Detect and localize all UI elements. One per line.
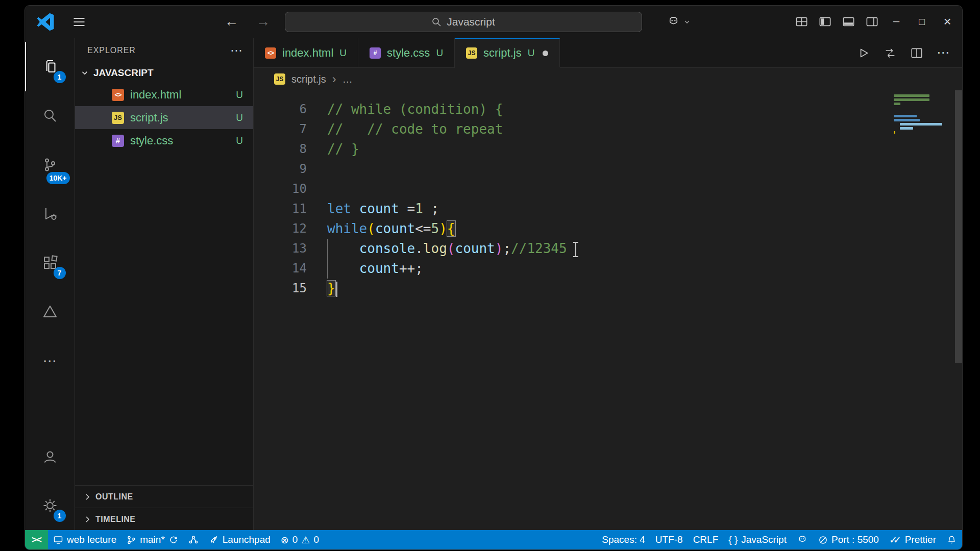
activity-extensions[interactable]: 7 [25, 238, 75, 287]
minimize-button[interactable]: ─ [884, 8, 909, 36]
activity-run-debug[interactable] [25, 189, 75, 238]
token: ; [423, 201, 439, 216]
chevron-right-icon [83, 515, 91, 523]
forward-button[interactable]: → [253, 14, 274, 30]
tab-label: index.html [282, 46, 333, 60]
tab-script.js[interactable]: JSscript.jsU [455, 38, 560, 67]
token: = [399, 201, 415, 216]
more-actions-icon[interactable]: ⋯ [933, 42, 954, 64]
encoding-label: UTF-8 [655, 534, 683, 545]
code-editor[interactable]: 6// while (condition) {7// // code to re… [254, 90, 962, 530]
activity-source-control[interactable]: 10K+ [25, 140, 75, 189]
minimap-line [894, 115, 917, 117]
activity-search[interactable] [25, 91, 75, 140]
token: ++; [399, 261, 423, 276]
search-text: Javascript [447, 16, 495, 28]
section-outline[interactable]: OUTLINE [75, 485, 253, 508]
status-prettier[interactable]: ✓✓ Prettier [884, 530, 941, 549]
activity-triangle-extension[interactable] [25, 287, 75, 336]
toggle-panel-icon[interactable] [837, 11, 860, 33]
workspace-folder[interactable]: JAVASCRIPT [75, 63, 253, 83]
compare-changes-icon[interactable] [879, 42, 901, 64]
circle-slash-icon [818, 535, 828, 545]
breadcrumb[interactable]: JS script.js › … [254, 68, 962, 90]
code-line-10[interactable]: 10 [254, 179, 962, 199]
account-icon [42, 448, 58, 465]
rocket-icon [209, 535, 219, 545]
command-center-search[interactable]: Javascript [285, 12, 642, 32]
maximize-button[interactable]: □ [909, 8, 935, 36]
remote-indicator[interactable]: >< [25, 530, 48, 549]
breadcrumb-file[interactable]: script.js [291, 73, 326, 85]
token: ( [367, 221, 375, 236]
editor-scrollbar[interactable] [955, 90, 962, 363]
git-status-badge: U [339, 47, 347, 59]
status-git-graph[interactable] [183, 530, 204, 549]
activity-explorer[interactable]: 1 [25, 42, 75, 91]
status-problems[interactable]: ⊗ 0 ⚠ 0 [276, 530, 324, 549]
line-content: count++; [307, 259, 423, 279]
code-line-13[interactable]: 13 console.log(count);//12345 [254, 239, 962, 259]
status-branch[interactable]: main* [121, 530, 183, 549]
code-line-8[interactable]: 8// } [254, 139, 962, 159]
status-language[interactable]: { } JavaScript [723, 530, 792, 549]
token: // } [327, 141, 359, 157]
code-line-9[interactable]: 9 [254, 159, 962, 179]
eol-label: CRLF [693, 534, 719, 545]
status-eol[interactable]: CRLF [688, 530, 724, 549]
explorer-header: EXPLORER ⋯ [75, 38, 253, 63]
toggle-primary-sidebar-icon[interactable] [813, 11, 837, 33]
customize-layout-icon[interactable] [790, 11, 813, 33]
breadcrumb-separator: › [332, 72, 336, 86]
tab-style.css[interactable]: #style.cssU [358, 38, 455, 67]
main-area: 1 10K+ 7 [25, 38, 962, 530]
token: { [447, 221, 455, 236]
token: <= [415, 221, 431, 236]
back-button[interactable]: ← [222, 14, 242, 30]
status-notifications[interactable] [941, 530, 962, 549]
code-line-12[interactable]: 12while(count<=5){ [254, 219, 962, 239]
git-status-badge: U [436, 47, 443, 59]
status-encoding[interactable]: UTF-8 [650, 530, 688, 549]
split-editor-icon[interactable] [906, 42, 927, 64]
branch-label: main* [140, 534, 165, 545]
copilot-menu-button[interactable] [667, 15, 691, 29]
explorer-more-icon[interactable]: ⋯ [230, 43, 243, 58]
run-button[interactable] [853, 42, 874, 64]
search-icon [42, 108, 58, 124]
code-line-14[interactable]: 14 count++; [254, 259, 962, 279]
section-timeline[interactable]: TIMELINE [75, 508, 253, 530]
web-lecture-label: web lecture [67, 534, 116, 545]
code-line-7[interactable]: 7// // code to repeat [254, 119, 962, 139]
line-number: 14 [254, 259, 307, 279]
code-line-11[interactable]: 11let count =1 ; [254, 199, 962, 219]
warning-count: 0 [313, 534, 319, 545]
file-row-script.js[interactable]: JSscript.jsU [75, 106, 253, 129]
status-web-lecture[interactable]: web lecture [48, 530, 121, 549]
line-number: 11 [254, 199, 307, 219]
breadcrumb-more[interactable]: … [342, 73, 353, 85]
tab-index.html[interactable]: <>index.htmlU [254, 38, 358, 67]
activity-more[interactable]: ⋯ [25, 336, 75, 385]
minimap[interactable] [894, 94, 951, 134]
activity-account[interactable] [25, 432, 75, 481]
status-launchpad[interactable]: Launchpad [204, 530, 276, 549]
status-copilot[interactable] [792, 530, 813, 549]
code-line-15[interactable]: 15} [254, 279, 962, 298]
git-graph-icon [188, 535, 199, 545]
close-button[interactable]: × [935, 8, 960, 36]
dirty-indicator[interactable] [543, 51, 548, 56]
settings-badge: 1 [54, 510, 66, 522]
status-live-server-port[interactable]: Port : 5500 [813, 530, 884, 549]
status-indentation[interactable]: Spaces: 4 [597, 530, 650, 549]
file-row-index.html[interactable]: <>index.htmlU [75, 83, 253, 106]
menu-icon[interactable] [72, 15, 86, 29]
editor-area: <>index.htmlU#style.cssUJSscript.jsU ⋯ J… [254, 38, 962, 530]
code-line-6[interactable]: 6// while (condition) { [254, 99, 962, 119]
file-row-style.css[interactable]: #style.cssU [75, 129, 253, 152]
toggle-secondary-sidebar-icon[interactable] [860, 11, 884, 33]
line-content [307, 179, 327, 199]
token: ) [439, 221, 447, 236]
sidebar-spacer [75, 152, 253, 485]
activity-settings[interactable]: 1 [25, 481, 75, 530]
